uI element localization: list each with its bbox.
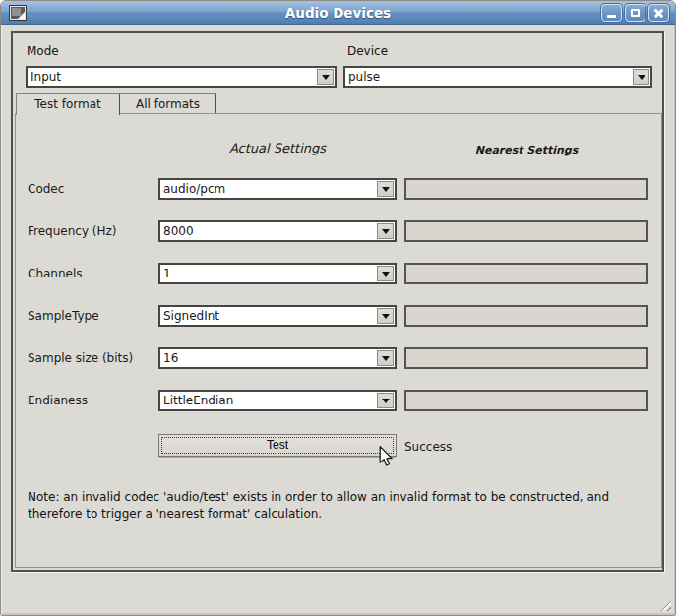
tab-all-formats[interactable]: All formats — [120, 93, 216, 113]
mode-value: Input — [31, 68, 315, 86]
samplesize-dropdown-button[interactable] — [377, 350, 394, 366]
frequency-nearest-field — [404, 220, 648, 242]
endianess-label: Endianess — [28, 394, 88, 407]
tab-all-formats-label: All formats — [136, 97, 200, 111]
chevron-down-icon — [638, 75, 645, 80]
frequency-value: 8000 — [163, 222, 375, 240]
tab-test-format-label: Test format — [34, 97, 100, 111]
chevron-down-icon — [382, 399, 390, 403]
device-label: Device — [347, 44, 388, 58]
codec-select[interactable]: audio/pcm — [158, 178, 397, 200]
endianess-dropdown-button[interactable] — [377, 393, 394, 408]
titlebar[interactable]: Audio Devices — [1, 1, 675, 25]
close-button[interactable] — [648, 4, 669, 22]
codec-label: Codec — [28, 182, 64, 196]
frequency-select[interactable]: 8000 — [158, 220, 397, 242]
channels-select[interactable]: 1 — [158, 263, 397, 284]
channels-nearest-field — [404, 263, 648, 284]
chevron-down-icon — [382, 356, 390, 361]
endianess-value: LittleEndian — [163, 392, 375, 409]
chevron-down-icon — [382, 272, 390, 277]
device-select[interactable]: pulse — [343, 66, 652, 88]
minimize-icon — [607, 15, 616, 18]
device-value: pulse — [348, 68, 631, 86]
samplesize-value: 16 — [163, 349, 375, 367]
window-title: Audio Devices — [1, 5, 675, 21]
maximize-button[interactable] — [625, 4, 645, 22]
nearest-settings-header: Nearest Settings — [404, 144, 648, 156]
endianess-nearest-field — [404, 390, 648, 411]
note-text: Note: an invalid codec 'audio/test' exis… — [28, 489, 633, 523]
mouse-cursor-icon — [378, 446, 394, 467]
samplesize-label: Sample size (bits) — [28, 351, 133, 365]
minimize-button[interactable] — [601, 4, 622, 22]
maximize-icon — [631, 9, 640, 17]
mode-dropdown-button[interactable] — [317, 69, 334, 85]
codec-dropdown-button[interactable] — [377, 181, 394, 197]
endianess-select[interactable]: LittleEndian — [158, 390, 397, 411]
test-button[interactable]: Test — [158, 434, 397, 457]
mode-label: Mode — [27, 44, 59, 58]
frequency-label: Frequency (Hz) — [28, 224, 117, 238]
sampletype-value: SignedInt — [163, 307, 375, 325]
channels-dropdown-button[interactable] — [377, 266, 394, 281]
actual-settings-header: Actual Settings — [158, 141, 397, 155]
sampletype-dropdown-button[interactable] — [377, 308, 394, 324]
sampletype-label: SampleType — [28, 309, 99, 323]
sampletype-select[interactable]: SignedInt — [158, 305, 397, 327]
channels-value: 1 — [163, 265, 375, 282]
codec-nearest-field — [404, 178, 648, 200]
tab-test-format[interactable]: Test format — [16, 93, 120, 115]
resize-grip[interactable] — [658, 598, 671, 611]
codec-value: audio/pcm — [163, 180, 375, 198]
samplesize-select[interactable]: 16 — [158, 347, 397, 369]
chevron-down-icon — [382, 229, 390, 234]
audio-devices-window: Audio Devices Mode Input Device pulse — [0, 0, 676, 616]
status-text: Success — [404, 440, 452, 454]
channels-label: Channels — [28, 267, 83, 280]
mode-select[interactable]: Input — [26, 66, 337, 88]
chevron-down-icon — [322, 75, 330, 80]
chevron-down-icon — [382, 314, 390, 319]
device-dropdown-button[interactable] — [633, 69, 649, 85]
window-controls — [601, 4, 669, 22]
close-icon — [653, 8, 664, 19]
samplesize-nearest-field — [404, 347, 648, 369]
frequency-dropdown-button[interactable] — [377, 223, 394, 239]
sampletype-nearest-field — [404, 305, 648, 327]
chevron-down-icon — [382, 187, 390, 192]
